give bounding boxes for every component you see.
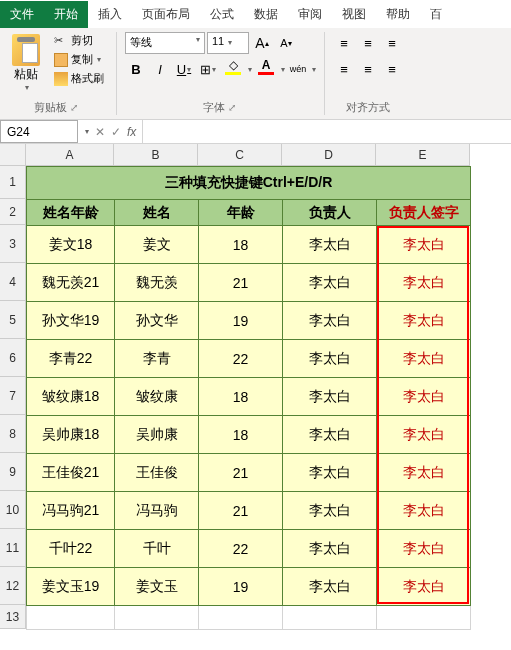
tab-insert[interactable]: 插入 (88, 1, 132, 28)
data-cell[interactable]: 千叶22 (27, 530, 115, 568)
data-cell[interactable]: 李太白 (377, 568, 471, 606)
data-cell[interactable]: 李太白 (283, 492, 377, 530)
column-header-E[interactable]: E (376, 144, 470, 166)
data-cell[interactable]: 李太白 (283, 226, 377, 264)
italic-button[interactable]: I (149, 58, 171, 80)
data-cell[interactable]: 李太白 (377, 454, 471, 492)
row-header-13[interactable]: 13 (0, 605, 26, 629)
font-size-select[interactable]: 11 ▾ (207, 32, 249, 54)
data-cell[interactable]: 李太白 (377, 226, 471, 264)
tab-formulas[interactable]: 公式 (200, 1, 244, 28)
format-painter-button[interactable]: 格式刷 (50, 70, 108, 87)
data-table[interactable]: 三种填充快捷键Ctrl+E/D/R姓名年龄姓名年龄负责人负责人签字姜文18姜文1… (26, 166, 471, 630)
data-cell[interactable]: 21 (199, 454, 283, 492)
align-center-button[interactable]: ≡ (357, 58, 379, 80)
data-cell[interactable]: 魏无羡21 (27, 264, 115, 302)
underline-button[interactable]: U▾ (173, 58, 195, 80)
row-header-1[interactable]: 1 (0, 166, 26, 199)
font-name-select[interactable]: 等线 ▾ (125, 32, 205, 54)
tab-data[interactable]: 数据 (244, 1, 288, 28)
fill-color-button[interactable]: ◇ (221, 58, 245, 80)
data-cell[interactable]: 姜文玉 (115, 568, 199, 606)
row-header-8[interactable]: 8 (0, 415, 26, 453)
confirm-icon[interactable]: ✓ (111, 125, 121, 139)
row-header-11[interactable]: 11 (0, 529, 26, 567)
data-cell[interactable]: 李太白 (377, 492, 471, 530)
tab-view[interactable]: 视图 (332, 1, 376, 28)
data-cell[interactable]: 李太白 (283, 264, 377, 302)
data-cell[interactable]: 22 (199, 340, 283, 378)
empty-cell[interactable] (283, 606, 377, 630)
dialog-launcher-icon[interactable]: ⤢ (70, 102, 80, 113)
dialog-launcher-icon[interactable]: ⤢ (228, 102, 238, 113)
tab-baidu[interactable]: 百 (420, 1, 452, 28)
data-cell[interactable]: 孙文华 (115, 302, 199, 340)
column-header-A[interactable]: A (26, 144, 114, 166)
row-header-4[interactable]: 4 (0, 263, 26, 301)
data-cell[interactable]: 22 (199, 530, 283, 568)
data-cell[interactable]: 吴帅康18 (27, 416, 115, 454)
align-middle-button[interactable]: ≡ (357, 32, 379, 54)
formula-bar[interactable] (142, 120, 511, 143)
row-header-12[interactable]: 12 (0, 567, 26, 605)
name-box[interactable] (0, 120, 78, 143)
data-cell[interactable]: 18 (199, 416, 283, 454)
increase-font-button[interactable]: A▴ (251, 32, 273, 54)
tab-page-layout[interactable]: 页面布局 (132, 1, 200, 28)
data-cell[interactable]: 李太白 (377, 530, 471, 568)
tab-review[interactable]: 审阅 (288, 1, 332, 28)
row-header-3[interactable]: 3 (0, 225, 26, 263)
bold-button[interactable]: B (125, 58, 147, 80)
data-cell[interactable]: 李太白 (283, 568, 377, 606)
data-cell[interactable]: 21 (199, 264, 283, 302)
header-cell[interactable]: 负责人签字 (377, 200, 471, 226)
empty-cell[interactable] (115, 606, 199, 630)
data-cell[interactable]: 李太白 (283, 530, 377, 568)
row-header-10[interactable]: 10 (0, 491, 26, 529)
data-cell[interactable]: 18 (199, 226, 283, 264)
data-cell[interactable]: 李太白 (377, 416, 471, 454)
font-color-button[interactable]: A (254, 58, 278, 80)
align-right-button[interactable]: ≡ (381, 58, 403, 80)
data-cell[interactable]: 李太白 (283, 378, 377, 416)
column-header-B[interactable]: B (114, 144, 198, 166)
row-header-6[interactable]: 6 (0, 339, 26, 377)
data-cell[interactable]: 李太白 (283, 302, 377, 340)
row-header-2[interactable]: 2 (0, 199, 26, 225)
cut-button[interactable]: ✂剪切 (50, 32, 108, 49)
data-cell[interactable]: 李太白 (283, 340, 377, 378)
data-cell[interactable]: 吴帅康 (115, 416, 199, 454)
border-button[interactable]: ⊞▾ (197, 58, 219, 80)
select-all-corner[interactable] (0, 144, 26, 166)
data-cell[interactable]: 18 (199, 378, 283, 416)
data-cell[interactable]: 千叶 (115, 530, 199, 568)
data-cell[interactable]: 19 (199, 302, 283, 340)
fx-icon[interactable]: fx (127, 125, 136, 139)
data-cell[interactable]: 李青22 (27, 340, 115, 378)
data-cell[interactable]: 王佳俊21 (27, 454, 115, 492)
column-header-D[interactable]: D (282, 144, 376, 166)
empty-cell[interactable] (27, 606, 115, 630)
header-cell[interactable]: 姓名年龄 (27, 200, 115, 226)
row-header-9[interactable]: 9 (0, 453, 26, 491)
data-cell[interactable]: 姜文18 (27, 226, 115, 264)
column-header-C[interactable]: C (198, 144, 282, 166)
data-cell[interactable]: 皱纹康18 (27, 378, 115, 416)
data-cell[interactable]: 李青 (115, 340, 199, 378)
align-bottom-button[interactable]: ≡ (381, 32, 403, 54)
data-cell[interactable]: 李太白 (377, 378, 471, 416)
empty-cell[interactable] (377, 606, 471, 630)
header-cell[interactable]: 姓名 (115, 200, 199, 226)
data-cell[interactable]: 孙文华19 (27, 302, 115, 340)
title-cell[interactable]: 三种填充快捷键Ctrl+E/D/R (27, 167, 471, 200)
data-cell[interactable]: 姜文 (115, 226, 199, 264)
tab-home[interactable]: 开始 (44, 1, 88, 28)
copy-button[interactable]: 复制▾ (50, 51, 108, 68)
dropdown-icon[interactable]: ▾ (85, 127, 89, 136)
data-cell[interactable]: 姜文玉19 (27, 568, 115, 606)
data-cell[interactable]: 李太白 (377, 302, 471, 340)
data-cell[interactable]: 冯马驹21 (27, 492, 115, 530)
row-header-5[interactable]: 5 (0, 301, 26, 339)
data-cell[interactable]: 李太白 (283, 416, 377, 454)
header-cell[interactable]: 负责人 (283, 200, 377, 226)
